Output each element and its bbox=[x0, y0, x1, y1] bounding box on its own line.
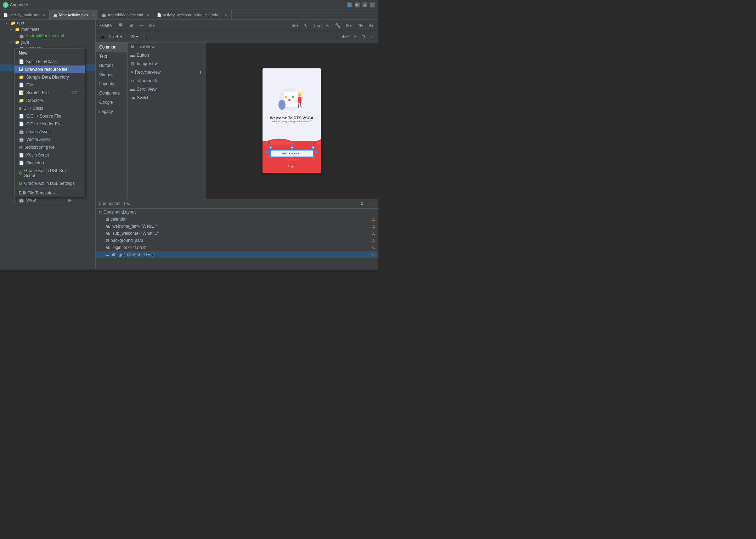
palette-settings-button[interactable]: ⚙ bbox=[128, 22, 135, 29]
handle-tl[interactable] bbox=[269, 146, 272, 149]
ct-item-calendar[interactable]: 🖼 calendar ⚠ bbox=[96, 216, 378, 223]
context-menu-item-kotlin-file[interactable]: 📄 Kotlin File/Class bbox=[15, 58, 85, 66]
palette-widget-recyclerview[interactable]: ≡ RecyclerView ⬇ bbox=[128, 68, 205, 76]
handle-tc[interactable] bbox=[290, 146, 293, 149]
tree-item-java[interactable]: ▾ 📁 java bbox=[0, 39, 95, 45]
palette-cat-common[interactable]: Common bbox=[96, 42, 127, 52]
component-tree-settings-button[interactable]: ⚙ bbox=[359, 200, 365, 207]
design-baseline-button[interactable]: Ā▾ bbox=[367, 22, 375, 29]
fit-button[interactable]: ⊡ bbox=[360, 34, 366, 40]
palette-label: Palette bbox=[98, 23, 112, 28]
palette-cat-legacy[interactable]: Legacy bbox=[96, 107, 127, 116]
context-menu-label: Singleton bbox=[26, 160, 44, 165]
design-eye-button[interactable]: 👁▾ bbox=[290, 22, 300, 29]
svg-point-8 bbox=[285, 96, 287, 98]
device-button[interactable]: 📱 bbox=[98, 34, 107, 40]
context-menu-item-scratch[interactable]: 📝 Scratch File ⇧⌘N bbox=[15, 89, 85, 97]
tab-close-icon[interactable]: ✕ bbox=[91, 13, 94, 17]
handle-tr[interactable] bbox=[312, 146, 315, 149]
context-menu-item-singleton[interactable]: 📄 Singleton bbox=[15, 159, 85, 167]
palette-widget-scrollview[interactable]: ▬ ScrollView bbox=[128, 85, 205, 93]
palette-cat-widgets[interactable]: Widgets bbox=[96, 70, 127, 79]
context-menu-item-edit-templates[interactable]: Edit File Templates... bbox=[15, 189, 85, 197]
tab-close-icon[interactable]: ✕ bbox=[43, 13, 46, 17]
context-menu-item-image-asset[interactable]: 🤖 Image Asset bbox=[15, 128, 85, 136]
tree-item-android-manifest[interactable]: 🤖 AndroidManifest.xml bbox=[0, 33, 95, 39]
palette-panel: Common Text Buttons Widgets Layouts Cont… bbox=[96, 42, 205, 199]
design-tool1-button[interactable]: ✂ bbox=[325, 22, 331, 29]
split-icon[interactable]: ⇔ bbox=[355, 2, 360, 7]
palette-widget-imageview[interactable]: 🖼 ImageView bbox=[128, 59, 205, 68]
tab-welcome-slide[interactable]: 📄 activity_welcome_slide_calenda... ✕ bbox=[153, 10, 232, 20]
ct-item-constraint-layout[interactable]: ⛓ ConstraintLayout bbox=[96, 209, 378, 216]
java-file-icon: ☕ bbox=[53, 13, 57, 17]
tree-arrow: ▾ bbox=[6, 21, 11, 25]
palette-cat-buttons[interactable]: Buttons bbox=[96, 61, 127, 70]
design-tool2-button[interactable]: 🔧 bbox=[334, 22, 342, 29]
warning-button[interactable]: ⚠ bbox=[368, 34, 375, 40]
context-menu-item-directory[interactable]: 📁 Directory bbox=[15, 97, 85, 104]
palette-cat-containers[interactable]: Containers bbox=[96, 89, 127, 98]
palette-cat-google[interactable]: Google bbox=[96, 98, 127, 107]
tab-close-icon[interactable]: ✕ bbox=[146, 13, 149, 17]
context-menu-item-drawable[interactable]: 🖼 Drawable resource file bbox=[15, 66, 85, 73]
ct-item-welcome-text[interactable]: Ab welcome_text- "Welc..." ⚠ bbox=[96, 223, 378, 230]
palette-cat-text[interactable]: Text bbox=[96, 52, 127, 61]
tree-item-app[interactable]: ▾ 📁 app bbox=[0, 20, 95, 26]
palette-widget-fragment[interactable]: <> <fragment> bbox=[128, 76, 205, 85]
ct-item-background-satu[interactable]: 🖼 background_satu ⚠ bbox=[96, 237, 378, 244]
tab-activity-main-xml[interactable]: 📄 activity_main.xml ✕ bbox=[0, 10, 50, 20]
palette-search-button[interactable]: 🔍 bbox=[117, 22, 125, 29]
context-menu-item-gradle-build[interactable]: G Gradle Kotlin DSL Build Script bbox=[15, 167, 85, 180]
zoom-out-button[interactable]: — bbox=[333, 34, 340, 40]
context-menu-item-cpp-header[interactable]: 📄 C/C++ Header File bbox=[15, 120, 85, 128]
submenu-item-wear[interactable]: 🤖 Wear ▶ bbox=[15, 196, 76, 204]
palette-widget-textview[interactable]: Ab TextView bbox=[128, 42, 205, 51]
ct-item-btn-get-started[interactable]: ▬ btn_get_started- "GE..." ⚠ bbox=[96, 251, 378, 258]
submenu-arrow: ▶ bbox=[68, 198, 72, 203]
button-icon: ▬ bbox=[130, 53, 135, 58]
more-button[interactable]: » bbox=[142, 34, 147, 40]
switch-label: Switch bbox=[137, 95, 149, 100]
context-menu-item-cpp-source[interactable]: 📄 C/C++ Source File bbox=[15, 112, 85, 120]
get-started-button[interactable]: GET STARTED bbox=[271, 151, 313, 157]
ct-item-sub-welcome[interactable]: Ab sub_welcome- "What ..." ⚠ bbox=[96, 230, 378, 237]
tree-item-manifests[interactable]: ▾ 📁 manifests bbox=[0, 26, 95, 33]
design-align-button[interactable]: ⊞▾ bbox=[345, 22, 353, 29]
tab-main-activity-java[interactable]: ☕ MainActivity.java ✕ bbox=[50, 10, 98, 20]
context-menu-label: C++ Class bbox=[23, 106, 43, 111]
zoom-percent: 48% bbox=[342, 34, 350, 39]
palette-cat-layouts[interactable]: Layouts bbox=[96, 79, 127, 89]
minimize-icon[interactable]: — bbox=[370, 2, 375, 7]
context-menu-label: Drawable resource file bbox=[25, 67, 67, 72]
palette-widget-button[interactable]: ▬ Button bbox=[128, 51, 205, 59]
zoom-in-button[interactable]: + bbox=[352, 34, 358, 40]
context-menu-item-vector-asset[interactable]: 🤖 Vector Asset bbox=[15, 136, 85, 143]
palette-widget-switch[interactable]: •◉ Switch bbox=[128, 93, 205, 102]
context-menu-item-editorconfig[interactable]: ⚙ .editorconfig file bbox=[15, 143, 85, 151]
palette-minus-button[interactable]: — bbox=[138, 22, 145, 29]
ct-item-login-text[interactable]: Ab login_text- "Login" ⚠ bbox=[96, 244, 378, 251]
palette-layers-button[interactable]: ⊞▾ bbox=[148, 22, 156, 29]
tab-android-manifest-xml[interactable]: 🤖 AndroidManifest.xml ✕ bbox=[98, 10, 153, 20]
component-tree-header: Component Tree ⚙ — bbox=[96, 199, 378, 209]
svg-point-19 bbox=[304, 95, 305, 96]
dropdown-arrow[interactable]: ▾ bbox=[26, 2, 28, 7]
context-menu-item-kotlin-script[interactable]: 📄 Kotlin Script bbox=[15, 151, 85, 159]
design-margin-button[interactable]: ⊡▾ bbox=[356, 22, 365, 29]
warning-icon-btn: ⚠ bbox=[371, 252, 375, 257]
context-menu-item-cpp-class[interactable]: S C++ Class bbox=[15, 104, 85, 112]
context-menu-item-file[interactable]: 📄 File bbox=[15, 81, 85, 89]
android-logo: A bbox=[3, 2, 9, 8]
fragment-label: <fragment> bbox=[137, 78, 158, 83]
tab-close-icon[interactable]: ✕ bbox=[225, 13, 228, 17]
api-button[interactable]: 28 ▾ bbox=[129, 34, 140, 40]
context-menu-item-gradle-settings[interactable]: G Gradle Kotlin DSL Settings bbox=[15, 180, 85, 187]
phone-login[interactable]: Login bbox=[288, 165, 295, 168]
settings-icon[interactable]: ⚙ bbox=[362, 2, 367, 7]
design-cursor-button[interactable]: ↖ bbox=[303, 22, 309, 29]
component-tree-minimize-button[interactable]: — bbox=[368, 200, 375, 207]
shortcut-label: ⇧⌘N bbox=[70, 91, 80, 95]
globe-icon[interactable]: 🌐 bbox=[347, 2, 352, 7]
context-menu-item-sample-data[interactable]: 📁 Sample Data Directory bbox=[15, 73, 85, 81]
